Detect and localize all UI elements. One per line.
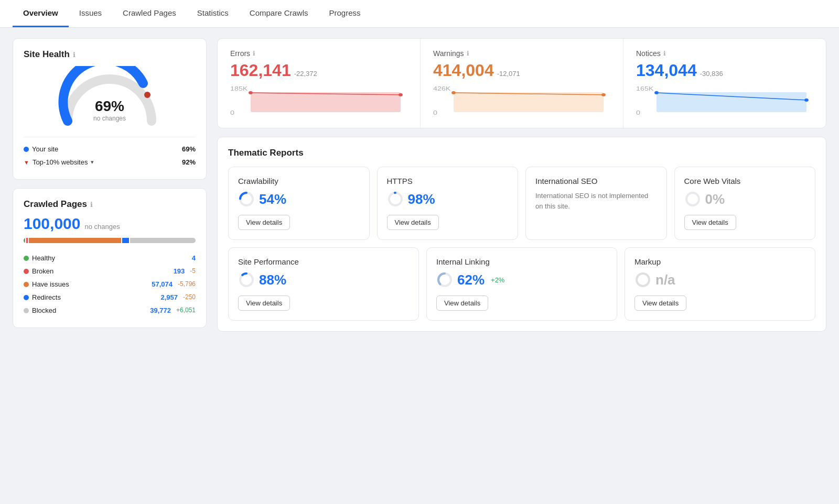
site-performance-donut-icon <box>238 271 255 288</box>
top10-triangle-icon: ▼ <box>24 159 29 166</box>
gauge-container: 69% no changes <box>24 66 196 126</box>
crawlability-donut-icon <box>238 191 255 207</box>
nav-item-overview[interactable]: Overview <box>13 0 69 27</box>
notices-chart: 165K 0 <box>636 84 813 116</box>
intl-seo-desc: International SEO is not implemented on … <box>535 191 657 211</box>
left-column: Site Health ℹ 69% no chang <box>13 38 207 332</box>
top10-dropdown-icon[interactable]: ▾ <box>91 159 94 166</box>
warnings-value: 414,004 <box>433 61 494 80</box>
metric-warnings-block: Warnings ℹ 414,004 -12,071 426K 0 <box>421 39 623 128</box>
top10-label: Top-10% websites <box>33 158 88 166</box>
redirects-val: 2,957 <box>160 293 178 301</box>
internal-linking-view-btn[interactable]: View details <box>436 295 488 311</box>
blocked-dot <box>24 308 29 313</box>
warnings-chart: 426K 0 <box>433 84 610 116</box>
errors-label: Errors <box>230 49 250 58</box>
svg-text:0: 0 <box>230 109 234 116</box>
blocked-change: +6,051 <box>176 306 196 314</box>
broken-dot <box>24 269 29 274</box>
your-site-val: 69% <box>182 145 196 153</box>
warnings-change: -12,071 <box>497 70 520 78</box>
site-health-title: Site Health <box>24 49 70 60</box>
errors-info-icon[interactable]: ℹ <box>253 50 255 57</box>
nav-item-crawled-pages[interactable]: Crawled Pages <box>112 0 187 27</box>
report-intl-seo: International SEO International SEO is n… <box>525 167 667 240</box>
your-site-dot <box>24 147 29 152</box>
stat-healthy: Healthy 4 <box>24 251 196 265</box>
internal-linking-name: Internal Linking <box>436 257 607 266</box>
svg-point-6 <box>399 93 403 96</box>
broken-change: -5 <box>190 267 196 275</box>
pb-blocked <box>130 238 196 243</box>
report-core-web-vitals: Core Web Vitals 0% View details <box>674 167 816 240</box>
site-health-card: Site Health ℹ 69% no chang <box>13 38 207 180</box>
crawled-pages-count: 100,000 <box>24 215 80 233</box>
report-markup: Markup n/a View details <box>625 247 815 321</box>
site-performance-score: 88% <box>259 272 286 288</box>
report-crawlability: Crawlability 54% View details <box>228 167 370 240</box>
gauge-percent: 69% <box>93 98 126 115</box>
gauge-sub: no changes <box>93 115 126 122</box>
site-performance-view-btn[interactable]: View details <box>238 295 290 311</box>
healthy-val: 4 <box>192 254 196 262</box>
crawlability-name: Crawlability <box>238 177 360 185</box>
svg-rect-9 <box>454 92 604 112</box>
issues-change: -5,796 <box>178 280 196 288</box>
site-health-info-icon[interactable]: ℹ <box>73 51 76 59</box>
redirects-label: Redirects <box>32 293 61 301</box>
warnings-label: Warnings <box>433 49 464 58</box>
markup-view-btn[interactable]: View details <box>634 295 686 311</box>
issues-dot <box>24 282 29 287</box>
stat-have-issues: Have issues 57,074 -5,796 <box>24 278 196 291</box>
nav-item-compare-crawls[interactable]: Compare Crawls <box>239 0 319 27</box>
https-name: HTTPS <box>387 177 509 185</box>
warnings-info-icon[interactable]: ℹ <box>467 50 469 57</box>
pb-issues <box>29 238 121 243</box>
errors-value: 162,141 <box>230 61 291 80</box>
https-view-btn[interactable]: View details <box>387 215 439 230</box>
pb-healthy <box>24 238 25 243</box>
have-issues-label: Have issues <box>32 280 69 288</box>
metric-errors-block: Errors ℹ 162,141 -22,372 185K 0 <box>218 39 421 128</box>
crawled-pages-card: Crawled Pages ℹ 100,000 no changes Healt… <box>13 188 207 328</box>
nav-item-progress[interactable]: Progress <box>319 0 371 27</box>
report-site-performance: Site Performance 88% View details <box>228 247 419 321</box>
notices-label: Notices <box>636 49 661 58</box>
svg-text:185K: 185K <box>230 85 248 92</box>
svg-text:0: 0 <box>636 109 640 116</box>
issues-val: 57,074 <box>152 280 173 288</box>
stat-blocked: Blocked 39,772 +6,051 <box>24 304 196 317</box>
right-column: Errors ℹ 162,141 -22,372 185K 0 <box>217 38 826 332</box>
healthy-label: Healthy <box>32 254 55 262</box>
svg-text:426K: 426K <box>433 85 451 92</box>
svg-text:165K: 165K <box>636 85 654 92</box>
site-performance-name: Site Performance <box>238 257 409 266</box>
crawlability-view-btn[interactable]: View details <box>238 215 290 230</box>
healthy-dot <box>24 256 29 261</box>
your-site-label: Your site <box>32 145 58 153</box>
markup-name: Markup <box>634 257 805 266</box>
pb-redirects <box>122 238 129 243</box>
reports-row-1: Crawlability 54% View details HTTPS <box>228 167 815 240</box>
svg-rect-15 <box>657 92 806 112</box>
crawlability-score: 54% <box>259 191 286 207</box>
nav-item-issues[interactable]: Issues <box>69 0 112 27</box>
crawled-pages-no-changes: no changes <box>84 223 120 231</box>
top10-val: 92% <box>182 158 196 166</box>
intl-seo-name: International SEO <box>535 177 657 185</box>
svg-rect-3 <box>251 92 401 112</box>
crawled-pages-info-icon[interactable]: ℹ <box>90 201 93 209</box>
reports-row-2: Site Performance 88% View details Intern… <box>228 247 815 321</box>
thematic-reports-title: Thematic Reports <box>228 148 815 158</box>
core-web-vitals-donut-icon <box>684 191 701 207</box>
svg-point-28 <box>637 273 649 286</box>
notices-info-icon[interactable]: ℹ <box>663 50 666 57</box>
pb-broken <box>26 238 28 243</box>
https-donut-icon <box>387 191 404 207</box>
markup-donut-icon <box>634 271 651 288</box>
nav-item-statistics[interactable]: Statistics <box>187 0 239 27</box>
notices-change: -30,836 <box>700 70 723 78</box>
redirects-dot <box>24 295 29 300</box>
internal-linking-donut-icon <box>436 271 453 288</box>
core-web-vitals-view-btn[interactable]: View details <box>684 215 736 230</box>
